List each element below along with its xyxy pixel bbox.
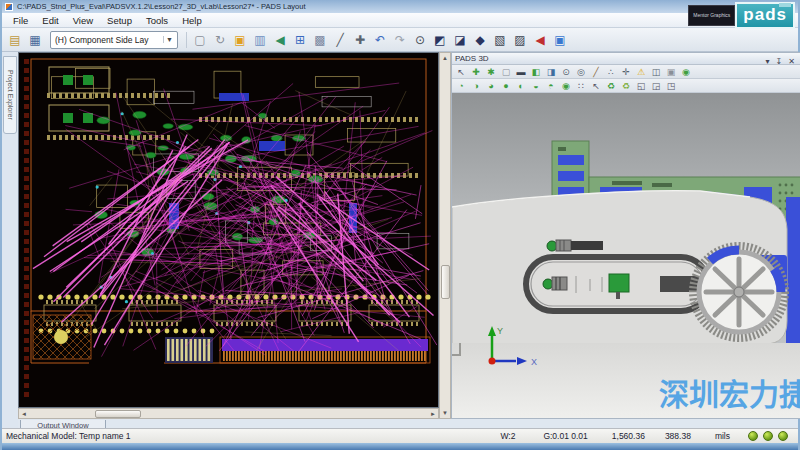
status-light-2[interactable] <box>763 431 773 441</box>
horizontal-scrollbar[interactable]: ◄ ► <box>18 408 439 419</box>
pads-3d-panel: PADS 3D ▾↧✕ ↖✚✱▢▬◧◨⊙◎╱∴✛⚠◫▣◉ ◔◑◕●◐◒◓◉∷↖♻… <box>451 52 800 419</box>
align-icon[interactable]: ✛ <box>619 65 633 78</box>
scroll-left-icon[interactable]: ◄ <box>19 411 29 417</box>
point-icon[interactable]: ∴ <box>604 65 618 78</box>
pads-3d-title: PADS 3D <box>455 54 763 63</box>
panel-menu-icon[interactable]: ▾ <box>763 57 773 66</box>
export-3d-icon[interactable]: ◉ <box>679 65 693 78</box>
fit-board-icon[interactable]: ◱ <box>634 79 648 92</box>
3d-fan <box>693 246 785 338</box>
board-image-icon[interactable]: ▩ <box>311 31 329 49</box>
pads-layout-window: C:\PADS_Stnd_Plus_Eval\PADSVX.1.2\Lesson… <box>0 0 800 450</box>
status-width: W:2 <box>486 431 529 441</box>
toolbar-icon-group: ▢↻▣▥◀⊞▩╱✚↶↷⊙◩◪◆▧▨◀▣ <box>191 31 569 49</box>
status-bar: Mechanical Model: Temp name 1 W:2 G:0.01… <box>2 428 798 443</box>
route-icon[interactable]: ╱ <box>331 31 349 49</box>
output-window-toggle-icon[interactable]: ▣ <box>551 31 569 49</box>
copy-view-icon[interactable]: ▣ <box>664 65 678 78</box>
redo-icon[interactable]: ↷ <box>391 31 409 49</box>
refresh-view-icon[interactable]: ♻ <box>604 79 618 92</box>
view-iso-icon[interactable]: ◔ <box>454 79 468 92</box>
watermark-text: 深圳宏力捷 <box>659 378 800 411</box>
replace-model-icon[interactable]: ✱ <box>484 65 498 78</box>
scroll-down-icon[interactable]: ▼ <box>442 408 448 418</box>
vertical-scroll-thumb[interactable] <box>441 265 450 299</box>
3d-viewport[interactable]: Y X 深圳宏力捷 <box>452 93 800 418</box>
scroll-up-icon[interactable]: ▲ <box>442 53 448 63</box>
mentor-graphics-logo: Mentor Graphics <box>688 5 735 26</box>
verify-design-icon[interactable]: ▨ <box>511 31 529 49</box>
filter-nets-icon[interactable]: ◆ <box>471 31 489 49</box>
status-mechanical-model: Mechanical Model: Temp name 1 <box>2 431 486 441</box>
search-icon[interactable]: ◎ <box>574 65 588 78</box>
select-3d-icon[interactable]: ↖ <box>589 79 603 92</box>
main-toolbar: ▤▦ (H) Component Side Lay ▼ ▢↻▣▥◀⊞▩╱✚↶↷⊙… <box>2 28 798 52</box>
clipboard-icon[interactable]: ▥ <box>251 31 269 49</box>
workspace: Project Explorer ◄ ► ▲ ▼ Output Window P… <box>2 52 798 428</box>
pads-3d-header[interactable]: PADS 3D ▾↧✕ <box>452 53 800 65</box>
design-toolbox-icon[interactable]: ✚ <box>351 31 369 49</box>
selection-filter-icon[interactable]: ◀ <box>531 31 549 49</box>
menu-view[interactable]: View <box>66 14 100 27</box>
filter-pins-icon[interactable]: ◪ <box>451 31 469 49</box>
ole-doc-icon[interactable]: ▣ <box>231 31 249 49</box>
zoom-icon[interactable]: ⊙ <box>411 31 429 49</box>
grid-dots-icon[interactable]: ∷ <box>574 79 588 92</box>
view-top-icon[interactable]: ◑ <box>469 79 483 92</box>
vertical-scrollbar[interactable]: ▲ ▼ <box>439 52 451 419</box>
menu-bar: FileEditViewSetupToolsHelp <box>2 13 798 28</box>
pads-logo: pads <box>735 2 795 29</box>
pin-icon[interactable]: ↧ <box>773 57 786 66</box>
fit-selection-icon[interactable]: ◲ <box>649 79 663 92</box>
fit-all-icon[interactable]: ◳ <box>664 79 678 92</box>
project-explorer-label: Project Explorer <box>7 70 14 120</box>
menu-tools[interactable]: Tools <box>139 14 175 27</box>
box-select-icon[interactable]: ▢ <box>499 65 513 78</box>
view-front-icon[interactable]: ● <box>499 79 513 92</box>
redraw-icon[interactable]: ↻ <box>211 31 229 49</box>
view-left-icon[interactable]: ◒ <box>529 79 543 92</box>
pads-logo-text: pads <box>743 5 787 25</box>
save-icon[interactable]: ▦ <box>26 31 44 49</box>
board-3d-icon[interactable]: ◧ <box>529 65 543 78</box>
layout-canvas-wrap <box>18 52 439 408</box>
menu-edit[interactable]: Edit <box>35 14 65 27</box>
scroll-right-icon[interactable]: ► <box>428 411 438 417</box>
pointer-icon[interactable]: ↖ <box>454 65 468 78</box>
import-icon[interactable]: ◀ <box>271 31 289 49</box>
add-model-icon[interactable]: ✚ <box>469 65 483 78</box>
undo-icon[interactable]: ↶ <box>371 31 389 49</box>
window-bottom-border <box>2 443 798 450</box>
menu-file[interactable]: File <box>6 14 35 27</box>
status-lights <box>744 431 798 441</box>
menu-help[interactable]: Help <box>175 14 209 27</box>
status-light-1[interactable] <box>748 431 758 441</box>
view-custom-icon[interactable]: ◉ <box>559 79 573 92</box>
chevron-down-icon[interactable]: ▼ <box>163 36 175 43</box>
measure-icon[interactable]: ╱ <box>589 65 603 78</box>
update-view-icon[interactable]: ♻ <box>619 79 633 92</box>
new-window-icon[interactable]: ▢ <box>191 31 209 49</box>
board-bottom-icon[interactable]: ◨ <box>544 65 558 78</box>
view-back-icon[interactable]: ◐ <box>514 79 528 92</box>
view-bottom-icon[interactable]: ◕ <box>484 79 498 92</box>
macro-icon[interactable]: ▧ <box>491 31 509 49</box>
view-right-icon[interactable]: ◓ <box>544 79 558 92</box>
status-coord-x: 1,560.36 <box>602 431 655 441</box>
title-bar: C:\PADS_Stnd_Plus_Eval\PADSVX.1.2\Lesson… <box>2 0 798 13</box>
close-icon[interactable]: ✕ <box>785 57 798 66</box>
menu-setup[interactable]: Setup <box>100 14 139 27</box>
grid-icon[interactable]: ⊞ <box>291 31 309 49</box>
pcb-layout-canvas[interactable] <box>19 53 438 407</box>
open-icon[interactable]: ▤ <box>6 31 24 49</box>
pads-3d-toolbar-row2: ◔◑◕●◐◒◓◉∷↖♻♻◱◲◳ <box>452 79 800 93</box>
zoom-window-icon[interactable]: ⊙ <box>559 65 573 78</box>
filter-gates-icon[interactable]: ◩ <box>431 31 449 49</box>
layer-selector-dropdown[interactable]: (H) Component Side Lay ▼ <box>50 31 178 49</box>
horizontal-scroll-thumb[interactable] <box>95 410 141 418</box>
status-light-3[interactable] <box>778 431 788 441</box>
collision-warning-icon[interactable]: ⚠ <box>634 65 648 78</box>
check-doc-icon[interactable]: ◫ <box>649 65 663 78</box>
project-explorer-tab[interactable]: Project Explorer <box>3 56 17 134</box>
board-view-icon[interactable]: ▬ <box>514 65 528 78</box>
